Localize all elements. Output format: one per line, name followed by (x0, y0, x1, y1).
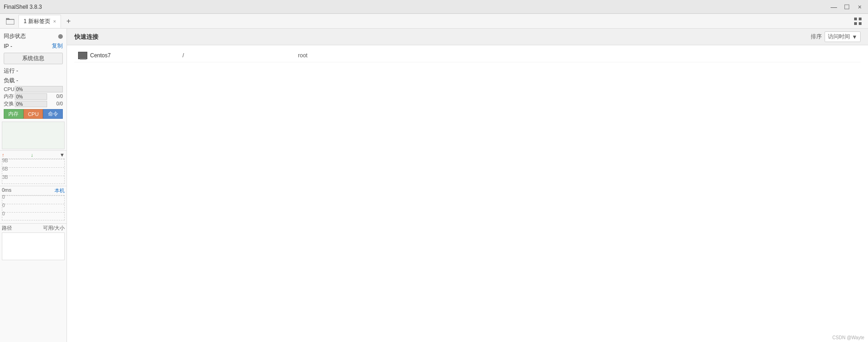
cpu-value: 0% (16, 86, 23, 92)
sync-dot (58, 34, 63, 39)
ping-graph: 0 0 0 (2, 195, 65, 220)
svg-rect-2 (859, 18, 862, 20)
app-title: FinalShell 3.8.3 (4, 4, 42, 10)
folder-button[interactable] (4, 15, 17, 28)
tab-1-close[interactable]: × (53, 18, 56, 24)
titlebar-controls: — ☐ × (829, 0, 864, 13)
cpu-stat-row: CPU 0% (4, 86, 63, 92)
cpu-label: CPU (4, 86, 15, 92)
content-area: 快速连接 排序 访问时间 ▼ Centos7 / root (67, 29, 868, 342)
traffic-graph: 9B 6B 3B (2, 159, 65, 184)
traffic-dropdown[interactable]: ▼ (60, 152, 65, 158)
tab-1[interactable]: 1 新标签页 × (18, 15, 61, 28)
connection-icon (78, 52, 87, 59)
sidebar: 同步状态 IP - 复制 系统信息 运行 - 负载 - CPU (0, 29, 67, 342)
copy-button[interactable]: 复制 (52, 42, 63, 50)
load-row: 负载 - (4, 76, 63, 86)
swap-stat-row: 交换 0% 0/0 (4, 100, 63, 107)
sidebar-top: 同步状态 IP - 复制 系统信息 运行 - 负载 - CPU (0, 29, 67, 121)
ping-value-0-mid: 0 (2, 203, 5, 208)
traffic-line-3b (2, 176, 64, 176)
sidebar-graph (2, 122, 65, 149)
ping-section: 0ms 本机 0 0 0 (0, 186, 67, 222)
traffic-value-3b: 3B (2, 175, 8, 180)
tab-cpu-button[interactable]: CPU (24, 109, 43, 119)
load-label: 负载 - (4, 77, 18, 85)
ip-row: IP - 复制 (4, 41, 63, 51)
cpu-bar: 0% (15, 86, 63, 92)
connection-list: Centos7 / root (67, 45, 868, 342)
quick-connect-label: 快速连接 (74, 33, 98, 41)
tab-mem-button[interactable]: 内存 (4, 109, 24, 119)
svg-rect-3 (854, 22, 857, 25)
ping-header-row: 0ms 本机 (2, 187, 65, 194)
mem-label: 内存 (4, 93, 15, 100)
connection-user: root (298, 52, 308, 59)
svg-rect-0 (6, 19, 14, 24)
mem-extra: 0/0 (48, 94, 63, 99)
sync-status-row: 同步状态 (4, 31, 63, 41)
grid-button[interactable] (851, 15, 864, 28)
ping-value-0-bot: 0 (2, 211, 5, 216)
sort-section: 排序 访问时间 ▼ (811, 31, 861, 42)
watermark: CSDN @Wayte (832, 335, 864, 340)
close-button[interactable]: × (855, 2, 864, 12)
ip-label: IP - (4, 43, 12, 49)
file-area (2, 232, 65, 260)
traffic-header-row: ↑ ↓ ▼ (2, 152, 65, 158)
sort-dropdown[interactable]: 访问时间 ▼ (825, 31, 861, 42)
file-path-label: 路径 (2, 225, 12, 232)
sync-label: 同步状态 (4, 32, 26, 40)
traffic-up-arrow: ↑ (2, 152, 5, 158)
titlebar: FinalShell 3.8.3 — ☐ × (0, 0, 868, 14)
svg-rect-4 (859, 22, 862, 25)
traffic-value-9b: 9B (2, 158, 8, 163)
tab-cmd-button[interactable]: 命令 (43, 109, 63, 119)
sidebar-tab-row: 内存 CPU 命令 (4, 109, 63, 119)
file-header-row: 路径 可用/大小 (2, 225, 65, 232)
sort-value: 访问时间 (828, 33, 850, 41)
traffic-down-arrow: ↓ (31, 152, 34, 158)
ping-label: 0ms (2, 187, 12, 194)
ping-value-0-top: 0 (2, 195, 5, 200)
svg-rect-1 (854, 18, 857, 20)
mem-value: 0% (16, 94, 23, 100)
traffic-value-6b: 6B (2, 166, 8, 171)
tabbar: 1 新标签页 × + (0, 14, 868, 29)
add-tab-button[interactable]: + (63, 16, 74, 27)
connection-item[interactable]: Centos7 / root (74, 49, 861, 62)
run-row: 运行 - (4, 66, 63, 76)
connection-path: / (182, 52, 298, 59)
main-layout: 同步状态 IP - 复制 系统信息 运行 - 负载 - CPU (0, 29, 868, 342)
ping-right-label: 本机 (55, 187, 65, 194)
swap-label: 交换 (4, 100, 15, 107)
file-size-label: 可用/大小 (43, 225, 65, 232)
quick-connect-bar: 快速连接 排序 访问时间 ▼ (67, 29, 868, 45)
traffic-section: ↑ ↓ ▼ 9B 6B 3B (0, 150, 67, 186)
ping-line-1 (2, 195, 64, 196)
maximize-button[interactable]: ☐ (842, 2, 851, 12)
sort-label: 排序 (811, 33, 822, 41)
sys-info-button[interactable]: 系统信息 (4, 53, 63, 64)
swap-extra: 0/0 (48, 101, 63, 106)
swap-bar: 0% (15, 101, 47, 107)
ping-line-3 (2, 212, 64, 213)
swap-value: 0% (16, 101, 23, 107)
run-label: 运行 - (4, 67, 18, 75)
connection-name: Centos7 (90, 52, 182, 59)
sort-chevron-icon: ▼ (852, 34, 857, 40)
traffic-line-6b (2, 167, 64, 168)
ping-line-2 (2, 204, 64, 204)
traffic-line-9b (2, 159, 64, 159)
mem-bar: 0% (15, 93, 47, 100)
mem-stat-row: 内存 0% 0/0 (4, 93, 63, 100)
minimize-button[interactable]: — (829, 2, 838, 12)
tab-1-label: 1 新标签页 (24, 18, 50, 25)
file-section: 路径 可用/大小 (0, 223, 67, 261)
